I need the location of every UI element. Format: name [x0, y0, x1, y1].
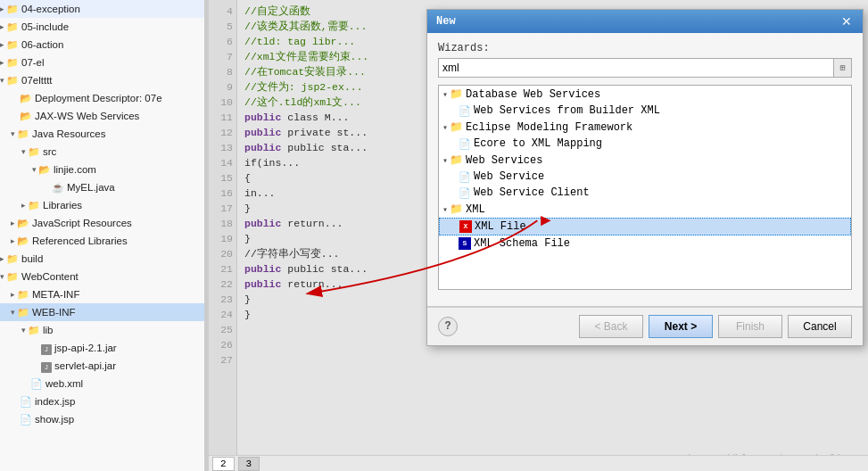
item-icon-ecore-to-xml: 📄 — [459, 138, 471, 150]
dialog-overlay: New ✕ Wizards: ⊞ ▾ 📁 Database Web Servic… — [209, 0, 868, 471]
back-button[interactable]: < Back — [579, 315, 643, 338]
tree-icon-04-exception: 📁 — [6, 1, 19, 17]
wizard-group-xml[interactable]: ▾ 📁 XML — [439, 201, 851, 218]
group-arrow-web-services: ▾ — [442, 155, 448, 166]
wizard-item-web-services-from-builder-xml[interactable]: 📄Web Services from Builder XML — [439, 103, 851, 119]
wizard-item-web-service[interactable]: 📄Web Service — [439, 169, 851, 185]
dialog-close-button[interactable]: ✕ — [839, 14, 854, 29]
next-button[interactable]: Next > — [649, 315, 713, 338]
tree-icon-lib: 📁 — [28, 322, 40, 338]
tree-item-servlet-api[interactable]: Jservlet-api.jar — [0, 357, 204, 375]
tree-label-src: src — [43, 144, 56, 160]
tree-item-web-inf[interactable]: ▾📁WEB-INF — [0, 303, 204, 321]
main-container: ▸📁04-exception▸📁05-include▸📁06-action▸📁0… — [0, 0, 868, 471]
tree-item-referenced-libraries[interactable]: ▸📂Referenced Libraries — [0, 232, 204, 250]
tree-icon-web-xml: 📄 — [30, 376, 43, 392]
tree-item-linjie-com[interactable]: ▾📂linjie.com — [0, 161, 204, 178]
item-icon-web-service-client: 📄 — [459, 187, 471, 199]
tree-item-05-include[interactable]: ▸📁05-include — [0, 18, 204, 36]
tree-icon-build: 📁 — [6, 251, 19, 267]
tree-label-05-include: 05-include — [21, 19, 69, 35]
tree-label-web-xml: web.xml — [45, 376, 83, 392]
wizard-group-database-web-services[interactable]: ▾ 📁 Database Web Services — [439, 86, 851, 103]
group-arrow-eclipse-modeling-framework: ▾ — [442, 122, 448, 133]
tree-label-meta-inf: META-INF — [32, 286, 79, 302]
xml-file-icon: X — [459, 220, 472, 233]
item-label-web-service: Web Service — [474, 170, 544, 183]
tree-item-myel-java[interactable]: ☕MyEL.java — [0, 178, 204, 196]
tree-label-referenced-libraries: Referenced Libraries — [32, 233, 128, 249]
tree-item-src[interactable]: ▾📁src — [0, 143, 204, 161]
tree-item-jax-ws[interactable]: 📂JAX-WS Web Services — [0, 107, 204, 125]
tree-icon-src: 📁 — [28, 144, 40, 160]
tree-label-libraries: Libraries — [43, 197, 82, 213]
wizard-item-web-service-client[interactable]: 📄Web Service Client — [439, 185, 851, 201]
tree-item-web-xml[interactable]: 📄web.xml — [0, 375, 204, 392]
dialog-title: New — [436, 15, 456, 28]
wizards-label: Wizards: — [438, 42, 852, 54]
tree-item-webcontent[interactable]: ▾📁WebContent — [0, 268, 204, 285]
wizard-item-xml-schema-file[interactable]: SXML Schema File — [439, 236, 851, 252]
project-explorer: ▸📁04-exception▸📁05-include▸📁06-action▸📁0… — [0, 0, 205, 471]
tree-label-servlet-api: servlet-api.jar — [54, 358, 116, 374]
tree-item-deployment-descriptor[interactable]: 📂Deployment Descriptor: 07e — [0, 89, 204, 107]
wizard-search-input[interactable] — [438, 58, 834, 78]
bottom-tab-2[interactable]: 2 — [212, 457, 235, 471]
tree-icon-servlet-api: J — [41, 358, 52, 374]
item-label-ecore-to-xml: Ecore to XML Mapping — [474, 137, 602, 150]
tree-label-javascript-resources: JavaScript Resources — [32, 215, 132, 231]
wizard-tree[interactable]: ▾ 📁 Database Web Services 📄Web Services … — [438, 85, 852, 290]
wizard-group-eclipse-modeling-framework[interactable]: ▾ 📁 Eclipse Modeling Framework — [439, 119, 851, 136]
item-label-web-services-from-builder-xml: Web Services from Builder XML — [474, 104, 660, 117]
finish-button[interactable]: Finish — [718, 315, 782, 338]
code-editor: 4567891011121314151617181920212223242526… — [209, 0, 868, 471]
tree-icon-webcontent: 📁 — [6, 269, 19, 285]
schema-icon: S — [459, 237, 471, 250]
cancel-button[interactable]: Cancel — [788, 315, 852, 338]
tree-icon-javascript-resources: 📂 — [17, 215, 29, 231]
tree-label-jsp-api: jsp-api-2.1.jar — [54, 340, 117, 356]
tree-icon-meta-inf: 📁 — [17, 286, 29, 302]
item-icon-web-service: 📄 — [459, 171, 471, 183]
tree-icon-index-jsp: 📄 — [20, 393, 32, 409]
tree-item-06-action[interactable]: ▸📁06-action — [0, 36, 204, 54]
tree-label-webcontent: WebContent — [21, 269, 79, 285]
tree-item-javascript-resources[interactable]: ▸📂JavaScript Resources — [0, 214, 204, 232]
tree-item-show-jsp[interactable]: 📄show.jsp — [0, 410, 204, 428]
item-label-xml-schema-file: XML Schema File — [474, 237, 570, 250]
tree-icon-07-el: 📁 — [6, 54, 19, 70]
group-folder-icon-eclipse-modeling-framework: 📁 — [450, 120, 463, 134]
tree-item-04-exception[interactable]: ▸📁04-exception — [0, 0, 204, 18]
tree-item-meta-inf[interactable]: ▸📁META-INF — [0, 285, 204, 303]
item-label-xml-file: XML File — [475, 220, 526, 233]
bottom-tab-3[interactable]: 3 — [238, 457, 260, 471]
help-button[interactable]: ? — [438, 317, 458, 336]
search-icon: ⊞ — [834, 58, 852, 78]
bottom-tabs: 23 — [209, 455, 868, 471]
tree-label-web-inf: WEB-INF — [32, 304, 76, 320]
tree-item-07-el[interactable]: ▸📁07-el — [0, 54, 204, 71]
tree-icon-jax-ws: 📂 — [20, 108, 32, 124]
tree-item-libraries[interactable]: ▸📁Libraries — [0, 196, 204, 214]
tree-item-java-resources[interactable]: ▾📁Java Resources — [0, 125, 204, 143]
wizard-search-row: ⊞ — [438, 58, 852, 78]
tree-icon-show-jsp: 📄 — [20, 411, 32, 427]
dialog-titlebar: New ✕ — [427, 10, 863, 33]
tree-item-jsp-api[interactable]: Jjsp-api-2.1.jar — [0, 339, 204, 357]
group-folder-icon-database-web-services: 📁 — [450, 87, 463, 101]
tree-icon-jsp-api: J — [41, 340, 52, 356]
wizard-item-xml-file[interactable]: XXML File — [439, 218, 851, 236]
tree-label-linjie-com: linjie.com — [54, 161, 96, 178]
wizard-group-web-services[interactable]: ▾ 📁 Web Services — [439, 152, 851, 169]
tree-item-build[interactable]: ▸📁build — [0, 250, 204, 268]
tree-item-lib[interactable]: ▾📁lib — [0, 321, 204, 339]
tree-item-07eltttt[interactable]: ▾📁07eltttt — [0, 71, 204, 89]
tree-icon-myel-java: ☕ — [52, 179, 64, 195]
group-arrow-xml: ▾ — [442, 204, 448, 215]
wizard-item-ecore-to-xml[interactable]: 📄Ecore to XML Mapping — [439, 136, 851, 152]
item-icon-web-services-from-builder-xml: 📄 — [459, 105, 471, 117]
tree-icon-web-inf: 📁 — [17, 304, 29, 320]
tree-item-index-jsp[interactable]: 📄index.jsp — [0, 392, 204, 410]
tree-label-06-action: 06-action — [21, 37, 63, 53]
tree-icon-deployment-descriptor: 📂 — [20, 90, 32, 106]
